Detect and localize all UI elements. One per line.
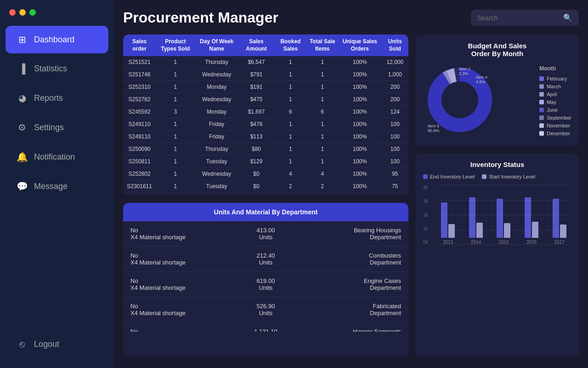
cell-units: 200	[382, 93, 408, 106]
sidebar-item-label: Notification	[34, 152, 75, 162]
legend-february: February	[539, 76, 571, 81]
cell-units: 70	[382, 193, 408, 196]
cell-booked: 2	[274, 193, 307, 196]
units-shortage: No X4 Material shortage	[130, 277, 240, 291]
cell-order: S249110	[123, 131, 156, 143]
cell-unique: 100%	[338, 118, 382, 131]
sidebar-item-message[interactable]: 💬 Message	[6, 172, 108, 200]
sidebar-item-logout[interactable]: ⎋ Logout	[6, 331, 108, 358]
cell-units: 1,000	[382, 69, 408, 81]
col-header-unique: Unique Sales Orders	[338, 34, 382, 56]
sales-table-wrapper[interactable]: Sales order Product Types Sold Day Of We…	[123, 34, 408, 196]
cell-items: 2	[307, 193, 338, 196]
header: Procurement Manager 🔍	[123, 9, 579, 26]
units-table-header: Units And Material By Department	[123, 203, 408, 221]
budget-card: Budget And SalesOrder By Month	[416, 34, 579, 146]
traffic-lights	[0, 9, 114, 25]
table-row: S252782 1 Wednesday $475 1 1 100% 200	[123, 93, 408, 106]
page-title: Procurement Manager	[123, 9, 278, 26]
cell-booked: 6	[274, 106, 307, 118]
legend-dot-start	[482, 174, 486, 179]
message-icon: 💬	[17, 181, 28, 192]
table-row: S249110 1 Friday $476 1 1 100% 100	[123, 118, 408, 131]
sidebar-item-notification[interactable]: 🔔 Notification	[6, 143, 108, 171]
units-department: Hanger Segments Department	[292, 328, 401, 332]
legend-start-inventory: Start Inventory Level	[482, 174, 535, 179]
cell-unique: 100%	[338, 143, 382, 155]
cell-amount: $80	[238, 143, 274, 155]
cell-items: 1	[307, 69, 338, 81]
sidebar: ⊞ Dashboard ▐ Statistics ◕ Reports ⚙ Set…	[0, 0, 114, 368]
legend-dot-september	[539, 115, 544, 120]
logout-icon: ⎋	[17, 339, 28, 350]
cell-types: 1	[156, 155, 195, 168]
legend-december: December	[539, 131, 571, 136]
legend-dot-april	[539, 92, 544, 97]
budget-title: Budget And SalesOrder By Month	[423, 42, 571, 58]
units-table-container: Units And Material By Department No X4 M…	[123, 203, 408, 356]
traffic-light-green	[29, 9, 36, 16]
cell-unique: 100%	[338, 93, 382, 106]
units-table-body[interactable]: No X4 Material shortage 413.00 Units Bea…	[123, 221, 408, 332]
legend-dot-december	[539, 131, 544, 136]
sidebar-item-settings[interactable]: ⚙ Settings	[6, 114, 108, 141]
legend-september: September	[539, 115, 571, 121]
legend-dot-march	[539, 84, 544, 89]
cell-day: Wednesday	[195, 193, 238, 196]
svg-point-4	[441, 81, 478, 118]
sidebar-item-reports[interactable]: ◕ Reports	[6, 84, 108, 112]
cell-units: 95	[382, 168, 408, 180]
cell-booked: 1	[274, 56, 307, 69]
cell-units: 75	[382, 180, 408, 193]
legend-may: May	[539, 99, 571, 105]
cell-unique: 100%	[338, 131, 382, 143]
table-row: S252802 1 Wednesday $0 4 4 100% 95	[123, 168, 408, 180]
cell-booked: 1	[274, 155, 307, 168]
col-header-items: Total Sale Items	[307, 34, 338, 56]
traffic-light-yellow	[19, 9, 26, 16]
notification-icon: 🔔	[17, 151, 28, 162]
main-content: Procurement Manager 🔍 Sales order Produc…	[114, 0, 588, 368]
sidebar-item-dashboard[interactable]: ⊞ Dashboard	[6, 26, 108, 53]
legend-dot-end	[423, 174, 428, 179]
cell-types: 1	[156, 81, 195, 93]
cell-day: Friday	[195, 131, 238, 143]
inventory-title: Inventory Status	[423, 161, 571, 168]
cell-booked: 1	[274, 131, 307, 143]
search-box[interactable]: 🔍	[471, 10, 579, 26]
cell-types: 1	[156, 118, 195, 131]
cell-amount: $6,547	[238, 56, 274, 69]
chart-legend: Month February March April	[539, 65, 571, 136]
cell-unique: 100%	[338, 168, 382, 180]
units-shortage: No X4 Material shortage	[130, 303, 240, 316]
cell-amount: $129	[238, 155, 274, 168]
cell-booked: 2	[274, 180, 307, 193]
cell-items: 1	[307, 81, 338, 93]
cell-day: Thursday	[195, 56, 238, 69]
sidebar-item-statistics[interactable]: ▐ Statistics	[6, 55, 108, 82]
cell-day: Wednesday	[195, 168, 238, 180]
cell-amount: $0	[238, 180, 274, 193]
cell-amount: $0	[238, 168, 274, 180]
search-input[interactable]	[477, 14, 560, 22]
units-row: No X4 Material shortage 212.40 Units Com…	[123, 247, 408, 272]
units-amount: 526.90 Units	[248, 303, 284, 316]
cell-units: 12,000	[382, 56, 408, 69]
sales-table-container: Sales order Product Types Sold Day Of We…	[123, 34, 408, 196]
units-department: Combusters Department	[292, 252, 401, 266]
cell-types: 1	[156, 93, 195, 106]
cell-booked: 1	[274, 143, 307, 155]
cell-order: S252782	[123, 93, 156, 106]
cell-amount: $366	[238, 193, 274, 196]
cell-day: Thursday	[195, 143, 238, 155]
legend-november: November	[539, 123, 571, 128]
units-row: No X4 Material shortage 1,131.10 Units H…	[123, 322, 408, 332]
cell-unique: 100%	[338, 69, 382, 81]
legend-dot-may	[539, 100, 544, 104]
col-header-order: Sales order	[123, 34, 156, 56]
cell-units: 100	[382, 131, 408, 143]
cell-day: Monday	[195, 81, 238, 93]
cell-amount: $791	[238, 69, 274, 81]
cell-unique: 100%	[338, 155, 382, 168]
cell-amount: $113	[238, 131, 274, 143]
